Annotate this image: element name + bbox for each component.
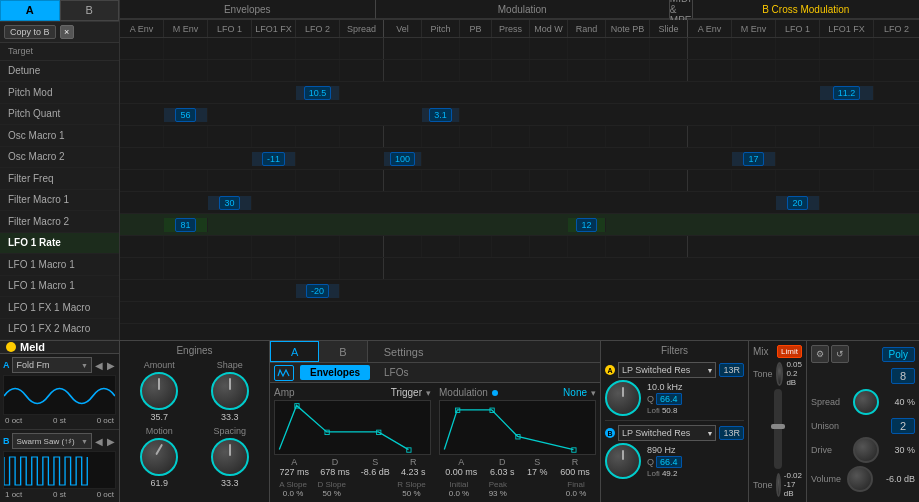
- val-filtfreq-lfo1fx[interactable]: -11: [262, 152, 285, 166]
- col-m-env: M Env: [164, 20, 208, 37]
- filter-b-freq-knob[interactable]: [605, 443, 641, 479]
- preset-a-next[interactable]: ▶: [106, 360, 116, 371]
- matrix-row-osc-macro1[interactable]: 56 3.1: [120, 104, 919, 126]
- filter-a-type-selector[interactable]: LP Switched Res ▼: [618, 362, 716, 378]
- preset-b-next[interactable]: ▶: [106, 436, 116, 447]
- matrix-row-lfo1-macro1[interactable]: [120, 236, 919, 258]
- matrix-row-filter-macro2[interactable]: 30 20: [120, 192, 919, 214]
- limit-button[interactable]: Limit: [777, 345, 802, 358]
- icon-btn-1[interactable]: ⚙: [811, 345, 829, 363]
- col-press: Press: [492, 20, 530, 37]
- target-filter-freq[interactable]: Filter Freq: [0, 168, 119, 190]
- tone-b-val: -0.02: [784, 471, 802, 480]
- tone-label-b: Tone: [753, 480, 773, 490]
- poly-selector[interactable]: Poly: [882, 347, 915, 362]
- val-filtfreq-vel[interactable]: 100: [390, 152, 415, 166]
- target-lfo1-macro-1[interactable]: LFO 1 Macro 1: [0, 254, 119, 276]
- matrix-row-lfo1-rate[interactable]: 81 12: [120, 214, 919, 236]
- shape-label: Shape: [217, 360, 243, 370]
- val-osc1-menv[interactable]: 56: [175, 108, 195, 122]
- col-b-menv: M Env: [732, 20, 776, 37]
- central-area: A B Settings Envelopes: [270, 341, 601, 502]
- target-detune[interactable]: Detune: [0, 61, 119, 83]
- spread-knob[interactable]: [853, 389, 879, 415]
- target-osc-macro-2[interactable]: Osc Macro 2: [0, 147, 119, 169]
- tab-panel-settings[interactable]: Settings: [368, 341, 440, 362]
- mod-env-block: Modulation None ▾: [439, 387, 596, 498]
- mix-slider[interactable]: [774, 389, 782, 469]
- filter-b-type-selector[interactable]: LP Switched Res ▼: [618, 425, 716, 441]
- target-lfo1-fx2-macro[interactable]: LFO 1 FX 2 Macro: [0, 319, 119, 341]
- volume-knob[interactable]: [847, 466, 873, 492]
- meld-panel: Meld A Fold Fm ▼ ◀ ▶: [0, 341, 120, 502]
- envelope-icon: [274, 365, 294, 381]
- val-pitchquant-blfo1fx[interactable]: 11.2: [833, 86, 861, 100]
- matrix-row-lfo1-macro1b[interactable]: [120, 258, 919, 280]
- svg-rect-7: [572, 448, 576, 452]
- val-lfo1rate-rand[interactable]: 12: [576, 218, 596, 232]
- spacing-label: Spacing: [213, 426, 246, 436]
- trigger-dropdown[interactable]: ▾: [426, 388, 431, 398]
- matrix-row-pitchquant[interactable]: 10.5 11.2: [120, 82, 919, 104]
- amount-knob[interactable]: [140, 372, 178, 410]
- target-pitch-mod[interactable]: Pitch Mod: [0, 82, 119, 104]
- target-filter-macro-2[interactable]: Filter Macro 2: [0, 211, 119, 233]
- col-lfo1fx: LFO1 FX: [252, 20, 296, 37]
- target-lfo1-rate[interactable]: LFO 1 Rate: [0, 233, 119, 255]
- icon-btn-2[interactable]: ↺: [831, 345, 849, 363]
- tab-a[interactable]: A: [0, 0, 60, 21]
- matrix-row-filter-macro1[interactable]: [120, 170, 919, 192]
- preset-b-selector[interactable]: Swarm Saw (↑♯) ▼: [12, 433, 93, 449]
- amp-env-display: [274, 400, 431, 455]
- db-b-val: -17 dB: [784, 480, 802, 498]
- preset-b-prev[interactable]: ◀: [94, 436, 104, 447]
- section-midi: MIDI & MPE: [670, 0, 693, 19]
- matrix-row-filter-freq[interactable]: -11 100: [120, 148, 919, 170]
- preset-a-label: A: [3, 360, 10, 370]
- target-lfo1-fx1-macro[interactable]: LFO 1 FX 1 Macro: [0, 297, 119, 319]
- val-lfo1fx1-val[interactable]: -20: [306, 284, 329, 298]
- target-osc-macro-1[interactable]: Osc Macro 1: [0, 125, 119, 147]
- tab-b[interactable]: B: [60, 0, 120, 21]
- tone-a-knob[interactable]: [776, 362, 784, 386]
- shape-knob[interactable]: [211, 372, 249, 410]
- modulation-dropdown[interactable]: ▾: [591, 388, 596, 398]
- val-osc1-pitch[interactable]: 3.1: [429, 108, 452, 122]
- mod-env-display: [439, 400, 596, 455]
- target-pitch-quant[interactable]: Pitch Quant: [0, 104, 119, 126]
- tab-lfos[interactable]: LFOs: [374, 365, 418, 380]
- tab-panel-a[interactable]: A: [270, 341, 319, 362]
- drive-knob[interactable]: [853, 437, 879, 463]
- tab-panel-b[interactable]: B: [319, 341, 367, 362]
- tab-envelopes[interactable]: Envelopes: [300, 365, 370, 380]
- preset-a-selector[interactable]: Fold Fm ▼: [12, 357, 93, 373]
- filters-panel: Filters A LP Switched Res ▼ 13R 10: [601, 341, 749, 502]
- modulation-value: None: [563, 387, 587, 398]
- motion-knob[interactable]: [140, 438, 178, 476]
- col-b-lfo2: LFO 2: [874, 20, 919, 37]
- matrix-row-lfo1-fx2-macro[interactable]: [120, 302, 919, 324]
- mod-peak: 93 %: [489, 489, 507, 498]
- close-button[interactable]: ×: [60, 25, 74, 39]
- filter-a-freq-knob[interactable]: [605, 380, 641, 416]
- matrix-data-rows: 10.5 11.2: [120, 38, 919, 340]
- matrix-row-lfo1-fx1-macro[interactable]: -20: [120, 280, 919, 302]
- target-filter-macro-1[interactable]: Filter Macro 1: [0, 190, 119, 212]
- mod-final: 0.0 %: [566, 489, 586, 498]
- copy-to-b-button[interactable]: Copy to B: [4, 25, 56, 39]
- val-filtfreq-bmenv[interactable]: 17: [743, 152, 763, 166]
- tone-b-knob[interactable]: [776, 473, 781, 497]
- filter-b-q: 66.4: [656, 456, 682, 468]
- val-filtmacro2-blfo1[interactable]: 20: [787, 196, 807, 210]
- matrix-row-detune[interactable]: [120, 38, 919, 60]
- mod-decay: 6.03 s: [490, 467, 515, 477]
- matrix-row-osc-macro2[interactable]: [120, 126, 919, 148]
- preset-a-prev[interactable]: ◀: [94, 360, 104, 371]
- target-lfo1-macro-1b[interactable]: LFO 1 Macro 1: [0, 276, 119, 298]
- spacing-knob[interactable]: [211, 438, 249, 476]
- val-pitchquant-lfo2[interactable]: 10.5: [304, 86, 332, 100]
- col-lfo1: LFO 1: [208, 20, 252, 37]
- val-filtmacro2-lfo1[interactable]: 30: [219, 196, 239, 210]
- val-lfo1rate-menv[interactable]: 81: [175, 218, 195, 232]
- matrix-row-pitchmod[interactable]: [120, 60, 919, 82]
